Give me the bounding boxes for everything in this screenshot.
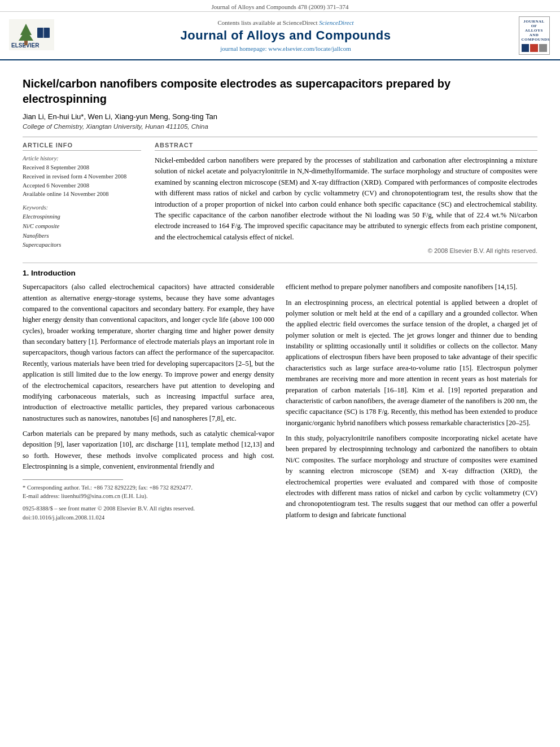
body-two-col: Supercapacitors (also called electrochem…	[23, 282, 537, 525]
keyword-4: Supercapacitors	[23, 241, 141, 250]
article-info-col: ARTICLE INFO Article history: Received 8…	[23, 142, 141, 256]
history-item-2: Received in revised form 4 November 2008	[23, 172, 141, 181]
section1-heading: 1. Introduction	[23, 269, 537, 277]
body-col-left: Supercapacitors (also called electrochem…	[23, 282, 274, 525]
logo-block-blue	[522, 44, 530, 52]
journal-logo-box: JOURNAL OFALLOYSANDCOMPOUNDS	[519, 16, 550, 55]
body-para-left-1: Supercapacitors (also called electrochem…	[23, 282, 274, 424]
article-affiliation: College of Chemistry, Xiangtan Universit…	[23, 123, 537, 130]
svg-rect-4	[24, 41, 28, 45]
body-divider	[23, 263, 537, 263]
doi-line: doi:10.1016/j.jallcom.2008.11.024	[23, 513, 274, 522]
keyword-2: Ni/C composite	[23, 222, 141, 231]
keyword-1: Electrospinning	[23, 212, 141, 222]
logo-color-blocks	[522, 44, 547, 52]
abstract-col: ABSTRACT Nickel-embedded carbon nanofibe…	[155, 142, 537, 256]
history-item-4: Available online 14 November 2008	[23, 190, 141, 199]
logo-block-gray	[539, 44, 547, 52]
keyword-3: Nanofibers	[23, 231, 141, 241]
body-para-right-2: In an electrospinning process, an electr…	[286, 298, 537, 429]
journal-ref: Journal of Alloys and Compounds 478 (200…	[212, 3, 349, 10]
logo-block-red	[530, 44, 538, 52]
journal-homepage: journal homepage: www.elsevier.com/locat…	[60, 45, 511, 52]
footnote-divider	[23, 479, 123, 480]
article-info-abstract: ARTICLE INFO Article history: Received 8…	[23, 142, 537, 256]
journal-logo-right: JOURNAL OFALLOYSANDCOMPOUNDS	[517, 16, 551, 55]
article-divider	[23, 137, 537, 137]
abstract-label: ABSTRACT	[155, 142, 537, 151]
sciencedirect-note: Contents lists available at ScienceDirec…	[60, 19, 511, 26]
footnote-issn: 0925-8388/$ – see front matter © 2008 El…	[23, 504, 274, 513]
history-item-3: Accepted 6 November 2008	[23, 181, 141, 190]
main-content: Nickel/carbon nanofibers composite elect…	[0, 60, 560, 531]
keywords-group: Keywords: Electrospinning Ni/C composite…	[23, 204, 141, 250]
body-col-right: efficient method to prepare polymer nano…	[286, 282, 537, 525]
article-info-label: ARTICLE INFO	[23, 142, 141, 151]
journal-header: ELSEVIER Contents lists available at Sci…	[0, 12, 560, 60]
keywords-title: Keywords:	[23, 204, 141, 211]
article-authors: Jian Li, En-hui Liu*, Wen Li, Xiang-yun …	[23, 112, 537, 121]
copyright-line: © 2008 Elsevier B.V. All rights reserved…	[155, 247, 537, 254]
body-para-left-2: Carbon materials can be prepared by many…	[23, 429, 274, 473]
body-para-right-3: In this study, polyacrylonitrile nanofib…	[286, 433, 537, 521]
logo-title: JOURNAL OFALLOYSANDCOMPOUNDS	[522, 19, 547, 42]
footnote-email: E-mail address: liuenhui99@sina.com.cn (…	[23, 492, 274, 501]
article-title: Nickel/carbon nanofibers composite elect…	[23, 76, 537, 107]
history-title: Article history:	[23, 155, 141, 161]
top-meta-bar: Journal of Alloys and Compounds 478 (200…	[0, 0, 560, 12]
article-history-group: Article history: Received 8 September 20…	[23, 155, 141, 199]
page-wrapper: Journal of Alloys and Compounds 478 (200…	[0, 0, 560, 747]
abstract-text: Nickel-embedded carbon nanofibers were p…	[155, 155, 537, 243]
footnote-corresponding: * Corresponding author. Tel.: +86 732 82…	[23, 483, 274, 492]
journal-name: Journal of Alloys and Compounds	[60, 28, 511, 43]
history-item-1: Received 8 September 2008	[23, 163, 141, 172]
journal-title-block: Contents lists available at ScienceDirec…	[60, 19, 511, 52]
body-para-right-1: efficient method to prepare polymer nano…	[286, 282, 537, 292]
elsevier-logo: ELSEVIER	[9, 19, 54, 53]
section1-number: 1.	[23, 269, 29, 277]
section1-title: Introduction	[31, 269, 76, 277]
